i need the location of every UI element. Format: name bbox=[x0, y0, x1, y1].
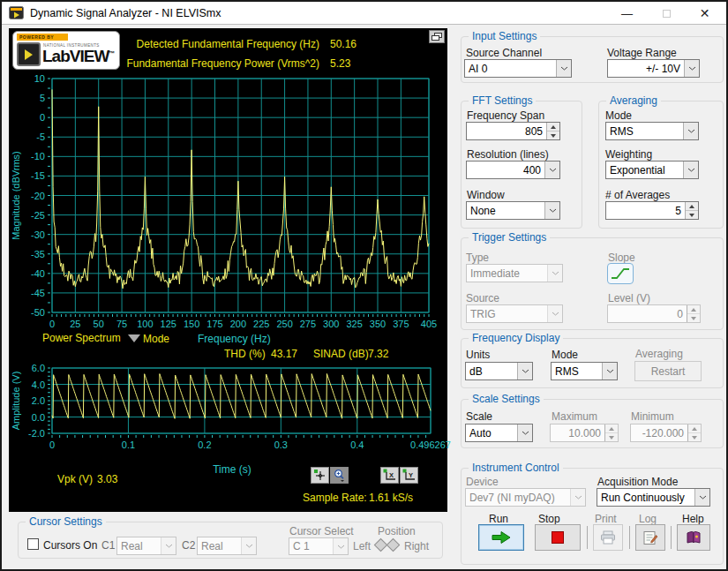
svg-text:200: 200 bbox=[230, 319, 246, 329]
sample-rate-value: 1.61 kS/s bbox=[369, 492, 413, 504]
print-button bbox=[593, 524, 623, 551]
svg-text:100: 100 bbox=[137, 319, 153, 329]
svg-text:-45: -45 bbox=[31, 288, 45, 298]
log-notes-icon bbox=[642, 530, 658, 545]
log-button-label: Log bbox=[639, 513, 657, 525]
resolution-select[interactable]: 400 bbox=[466, 161, 560, 179]
slope-button[interactable] bbox=[607, 263, 634, 284]
svg-text:-25: -25 bbox=[31, 210, 45, 221]
trigger-settings-title: Trigger Settings bbox=[469, 231, 550, 244]
maximum-label: Maximum bbox=[552, 410, 597, 423]
chevron-down-icon bbox=[602, 363, 617, 379]
fundamental-power-value: 5.23 bbox=[330, 57, 350, 70]
overlapping-windows-icon bbox=[432, 33, 442, 41]
sinad-label: SINAD (dB) bbox=[313, 348, 369, 360]
sample-rate-label: Sample Rate: bbox=[303, 492, 367, 504]
svg-text:0.496267: 0.496267 bbox=[410, 440, 451, 450]
window-label: Window bbox=[467, 189, 505, 201]
cursor-select-label: Cursor Select bbox=[289, 525, 354, 537]
device-value: Dev7 (NI myDAQ) bbox=[466, 492, 570, 504]
instrument-panel: POWERED BY NATIONAL INSTRUMENTS LabVIEW™… bbox=[9, 28, 447, 512]
svg-text:175: 175 bbox=[206, 319, 222, 329]
svg-text:-2.0: -2.0 bbox=[28, 428, 45, 439]
trigger-source-select: TRIG bbox=[466, 304, 563, 323]
fft-settings-title: FFT Settings bbox=[469, 94, 536, 107]
cursors-on-label: Cursors On bbox=[43, 539, 97, 552]
help-button[interactable] bbox=[677, 524, 710, 551]
frequency-span-spinner[interactable]: 805 bbox=[466, 122, 560, 140]
close-button[interactable]: ✕ bbox=[685, 2, 724, 25]
frequency-display-title: Frequency Display bbox=[469, 332, 563, 344]
maximum-value: 10.000 bbox=[551, 427, 604, 440]
device-label: Device bbox=[466, 476, 499, 488]
display-mode-select[interactable]: RMS bbox=[551, 362, 618, 380]
resolution-label: Resolution (lines) bbox=[467, 148, 549, 161]
trigger-source-label: Source bbox=[466, 292, 499, 304]
spinner-arrows bbox=[687, 305, 700, 322]
averaging-mode-select[interactable]: RMS bbox=[605, 122, 699, 140]
spectrum-xaxis-label: Frequency (Hz) bbox=[198, 333, 271, 345]
run-button[interactable] bbox=[478, 524, 524, 551]
spinner-arrows[interactable] bbox=[546, 123, 559, 139]
source-channel-label: Source Channel bbox=[466, 47, 542, 59]
printer-icon bbox=[600, 530, 616, 545]
svg-text:0.3: 0.3 bbox=[274, 440, 288, 450]
svg-text:275: 275 bbox=[300, 319, 316, 329]
display-mode-value: RMS bbox=[552, 365, 602, 378]
svg-text:0.1: 0.1 bbox=[122, 440, 135, 450]
divider bbox=[587, 526, 588, 549]
y-scale-icon: Y bbox=[402, 469, 417, 482]
svg-text:25: 25 bbox=[70, 319, 80, 329]
x-autoscale-button[interactable]: X bbox=[380, 467, 399, 484]
units-value: dB bbox=[466, 365, 517, 378]
chevron-down-icon bbox=[556, 60, 571, 77]
c1-select: Real bbox=[116, 537, 176, 555]
svg-text:405: 405 bbox=[421, 319, 437, 329]
voltage-range-label: Voltage Range bbox=[607, 47, 677, 59]
acquisition-mode-select[interactable]: Run Continuously bbox=[597, 488, 710, 507]
restart-button-label: Restart bbox=[651, 365, 686, 378]
graph-mode-selector[interactable]: Power Spectrum bbox=[42, 332, 140, 344]
position-left-label: Left bbox=[353, 540, 371, 552]
chevron-down-icon bbox=[684, 60, 699, 77]
minimize-button[interactable]: — bbox=[607, 2, 647, 25]
divider bbox=[629, 526, 630, 549]
spinner-arrows[interactable] bbox=[685, 202, 698, 219]
scale-select[interactable]: Auto bbox=[465, 424, 533, 442]
chevron-down-icon bbox=[544, 162, 559, 178]
svg-text:-40: -40 bbox=[31, 268, 45, 279]
chevron-down-icon bbox=[517, 363, 532, 379]
svg-text:0.0: 0.0 bbox=[32, 412, 45, 423]
units-select[interactable]: dB bbox=[465, 362, 533, 380]
cursor-select-value: C 1 bbox=[289, 540, 333, 552]
spinner-arrows bbox=[687, 424, 701, 441]
svg-text:Y: Y bbox=[409, 471, 413, 479]
frequency-span-value: 805 bbox=[467, 125, 546, 138]
y-autoscale-button[interactable]: Y bbox=[400, 467, 418, 484]
chevron-down-icon bbox=[570, 489, 585, 506]
svg-text:-30: -30 bbox=[31, 229, 45, 240]
svg-text:-35: -35 bbox=[31, 249, 45, 259]
chevron-down-icon bbox=[694, 489, 709, 506]
frequency-span-label: Frequency Span bbox=[467, 109, 544, 122]
window-select[interactable]: None bbox=[466, 201, 560, 220]
zoom-tool-button[interactable] bbox=[330, 467, 349, 484]
svg-text:0: 0 bbox=[49, 319, 55, 329]
svg-text:6.0: 6.0 bbox=[32, 363, 45, 373]
sinad-value: 7.32 bbox=[368, 348, 388, 360]
cursor-tool-button[interactable] bbox=[311, 467, 329, 484]
weighting-value: Exponential bbox=[606, 164, 683, 177]
stop-button[interactable] bbox=[535, 524, 581, 551]
stop-square-icon bbox=[552, 531, 564, 544]
position-right-label: Right bbox=[404, 540, 429, 552]
num-averages-spinner[interactable]: 5 bbox=[605, 201, 699, 220]
labview-icon bbox=[17, 42, 41, 66]
voltage-range-select[interactable]: +/- 10V bbox=[607, 59, 700, 78]
panel-restore-button[interactable] bbox=[429, 30, 445, 43]
cursors-on-checkbox[interactable] bbox=[27, 538, 39, 550]
source-channel-select[interactable]: AI 0 bbox=[464, 59, 572, 78]
detected-frequency-value: 50.16 bbox=[330, 38, 356, 50]
trigger-type-label: Type bbox=[466, 252, 489, 264]
weighting-select[interactable]: Exponential bbox=[605, 161, 699, 179]
time-waveform-plot: 00.10.20.30.40.496267-2.00.02.04.06.0Amp… bbox=[9, 362, 447, 450]
